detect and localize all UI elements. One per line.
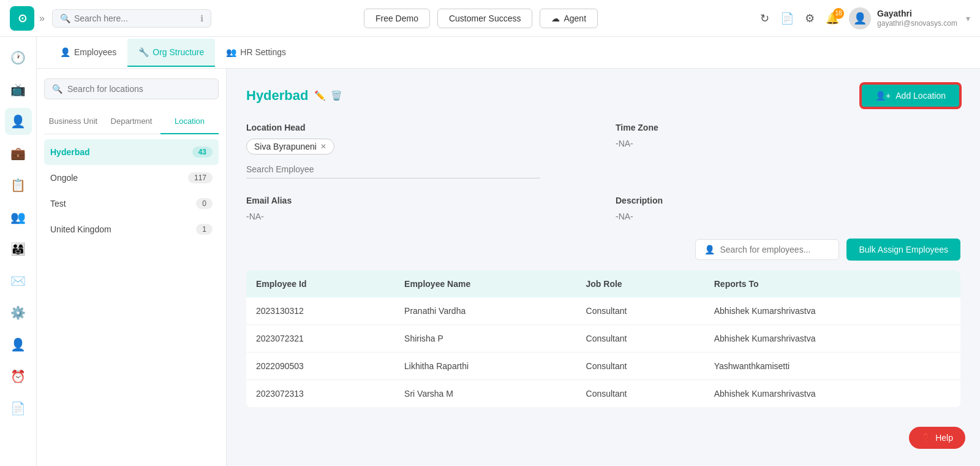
search-locations-icon: 🔍 [52,84,62,94]
app-logo[interactable]: ⊙ [10,6,34,31]
tab-employees[interactable]: 👤 Employees [49,39,127,67]
tab-location[interactable]: Location [160,109,219,134]
notification-icon[interactable]: 🔔 18 [826,12,839,25]
sidebar-item-document[interactable]: 📄 [5,395,32,422]
right-panel: Hyderbad ✏️ 🗑️ 👤+ Add Location Location … [227,69,980,466]
org-tabs: Business Unit Department Location [44,109,219,134]
customer-success-button[interactable]: Customer Success [437,9,532,28]
topbar-icons: ↻ 📄 ⚙ 🔔 18 [760,12,839,25]
agent-button[interactable]: ☁ Agent [540,9,598,28]
description-label: Description [616,196,960,205]
cell-employee-id: 2023072321 [246,325,394,353]
sidebar-item-group[interactable]: 👥 [5,204,32,231]
location-item-hyderbad[interactable]: Hyderbad 43 [44,139,219,165]
location-item-ongole[interactable]: Ongole 117 [44,165,219,191]
cell-job-role: Consultant [576,325,704,353]
search-employee-input[interactable] [246,161,540,178]
location-name: United Kingdom [50,224,111,234]
cell-employee-id: 2023130312 [246,297,394,325]
col-employee-id: Employee Id [246,270,394,297]
sidebar: 🕐 📺 👤 💼 📋 👥 👨‍👩‍👧 ✉️ ⚙️ 👤 ⏰ 📄 [0,37,37,466]
global-search-input[interactable] [74,13,197,23]
sidebar-item-person[interactable]: 👤 [5,108,32,135]
cell-employee-id: 2022090503 [246,353,394,380]
location-item-uk[interactable]: United Kingdom 1 [44,216,219,242]
table-row: 2023072313 Sri Varsha M Consultant Abhis… [246,380,960,408]
agent-cloud-icon: ☁ [551,13,560,23]
location-count: 43 [192,147,213,158]
sidebar-item-settings[interactable]: ⚙️ [5,299,32,326]
content-area: 🔍 Business Unit Department Location Hyde… [37,69,980,466]
cell-reports-to: Abhishek Kumarshrivastva [704,325,960,353]
main-wrapper: 👤 Employees 🔧 Org Structure 👥 HR Setting… [37,37,980,466]
document-icon[interactable]: 📄 [780,12,794,25]
tab-business-unit[interactable]: Business Unit [44,109,102,134]
table-row: 2023130312 Pranathi Vardha Consultant Ab… [246,297,960,325]
sidebar-item-family[interactable]: 👨‍👩‍👧 [5,235,32,262]
employee-search-bar: 👤 Bulk Assign Employees [246,239,960,261]
tab-org-structure[interactable]: 🔧 Org Structure [127,39,215,67]
notification-badge: 18 [833,8,844,19]
edit-location-button[interactable]: ✏️ [314,90,326,101]
sidebar-item-mail[interactable]: ✉️ [5,267,32,294]
sidebar-item-monitor[interactable]: 📺 [5,76,32,103]
employee-search-box[interactable]: 👤 [695,239,839,260]
user-info: Gayathri gayathri@snovasys.com [877,8,957,29]
chevron-down-icon: ▾ [966,13,970,23]
search-locations-box[interactable]: 🔍 [44,78,219,99]
add-location-button[interactable]: 👤+ Add Location [861,83,960,108]
sidebar-item-briefcase[interactable]: 💼 [5,140,32,167]
topbar: ⊙ » 🔍 ℹ Free Demo Customer Success ☁ Age… [0,0,980,37]
cell-employee-name: Sri Varsha M [394,380,576,408]
add-location-icon: 👤+ [875,91,891,101]
nav-dots[interactable]: » [39,13,45,24]
sidebar-item-user[interactable]: 👤 [5,331,32,358]
cell-employee-name: Shirisha P [394,325,576,353]
cell-employee-name: Likhitha Raparthi [394,353,576,380]
delete-location-button[interactable]: 🗑️ [331,90,342,101]
time-zone-value: -NA- [616,139,633,148]
tab-hr-settings[interactable]: 👥 HR Settings [215,39,297,67]
sidebar-item-clipboard[interactable]: 📋 [5,172,32,199]
cell-reports-to: Abhishek Kumarshrivastva [704,297,960,325]
org-structure-icon: 🔧 [138,47,149,57]
tab-department[interactable]: Department [102,109,160,134]
cell-job-role: Consultant [576,380,704,408]
location-count: 1 [196,224,213,235]
sidebar-item-clock[interactable]: ⏰ [5,363,32,390]
location-list: Hyderbad 43 Ongole 117 Test 0 United Kin… [44,139,219,242]
col-job-role: Job Role [576,270,704,297]
location-head-tag: Siva Byrapuneni ✕ [246,139,334,155]
search-icon: 🔍 [60,13,70,23]
tag-close-button[interactable]: ✕ [320,142,326,151]
settings-icon[interactable]: ⚙ [805,12,815,25]
bulk-assign-button[interactable]: Bulk Assign Employees [846,239,960,261]
global-search-box[interactable]: 🔍 ℹ [52,9,211,28]
free-demo-button[interactable]: Free Demo [364,9,430,28]
sidebar-item-dashboard[interactable]: 🕐 [5,44,32,71]
location-name: Test [50,199,66,208]
user-menu[interactable]: 👤 Gayathri gayathri@snovasys.com ▾ [849,7,970,29]
location-title-icons: ✏️ 🗑️ [314,90,342,101]
location-item-test[interactable]: Test 0 [44,191,219,216]
location-name: Hyderbad [50,147,90,157]
sub-tabs: 👤 Employees 🔧 Org Structure 👥 HR Setting… [37,37,980,69]
help-button[interactable]: ❓ Help [909,427,965,449]
location-head-label: Location Head [246,123,591,132]
time-zone-label: Time Zone [616,123,960,132]
refresh-icon[interactable]: ↻ [760,12,769,25]
employee-search-input[interactable] [720,245,830,254]
table-row: 2023072321 Shirisha P Consultant Abhishe… [246,325,960,353]
user-name: Gayathri [877,8,957,19]
cell-employee-id: 2023072313 [246,380,394,408]
location-title-text: Hyderbad [246,88,308,104]
col-employee-name: Employee Name [394,270,576,297]
cell-job-role: Consultant [576,353,704,380]
employees-icon: 👤 [60,47,70,57]
search-locations-input[interactable] [67,84,211,94]
employee-table: Employee Id Employee Name Job Role Repor… [246,270,960,407]
table-row: 2022090503 Likhitha Raparthi Consultant … [246,353,960,380]
form-row-1: Location Head Siva Byrapuneni ✕ Time Zon… [246,123,960,178]
info-icon: ℹ [200,13,203,23]
email-alias-col: Email Alias -NA- [246,196,591,221]
